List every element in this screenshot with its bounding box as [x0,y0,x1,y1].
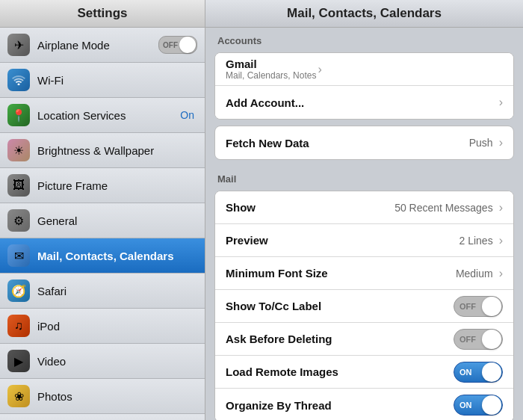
organize-thread-toggle[interactable]: ON [454,395,503,416]
load-remote-row[interactable]: Load Remote Images ON [215,356,513,389]
preview-chevron: › [499,234,503,247]
sidebar-item-airplane-mode[interactable]: ✈ Airplane Mode OFF [0,28,205,63]
organize-thread-label: Organize By Thread [226,399,454,412]
gmail-chevron: › [318,63,321,76]
sidebar-label-general: General [37,214,197,227]
sidebar-item-brightness[interactable]: ☀ Brightness & Wallpaper [0,133,205,168]
gmail-row[interactable]: Gmail Mail, Calendars, Notes › [215,53,513,86]
photos-icon: ❀ [7,385,30,407]
main-panel: Mail, Contacts, Calendars Accounts Gmail… [205,0,523,420]
location-value: On [180,109,194,121]
main-title: Mail, Contacts, Calendars [205,0,523,28]
load-remote-label: Load Remote Images [226,365,454,378]
add-account-chevron: › [499,96,503,109]
mail-section-title: Mail [205,166,523,188]
sidebar-label-wifi: Wi-Fi [37,74,197,87]
accounts-section-title: Accounts [205,28,523,49]
safari-icon: 🧭 [7,280,30,302]
show-chevron: › [499,201,503,214]
add-account-row[interactable]: Add Account... › [215,86,513,119]
fetch-group: Fetch New Data Push › [214,126,514,160]
sidebar-item-picture-frame[interactable]: 🖼 Picture Frame [0,168,205,203]
min-font-label: Minimum Font Size [226,267,456,280]
show-tocc-row[interactable]: Show To/Cc Label OFF [215,290,513,323]
min-font-chevron: › [499,267,503,280]
load-remote-toggle[interactable]: ON [454,362,503,383]
add-account-label: Add Account... [226,96,498,109]
fetch-value: Push [469,137,493,149]
preview-label: Preview [226,234,459,247]
sidebar-label-video: Video [37,355,197,368]
airplane-icon: ✈ [7,34,30,56]
show-value: 50 Recent Messages [394,202,493,214]
mail-icon: ✉ [7,244,30,267]
sidebar-item-location[interactable]: 📍 Location Services On [0,98,205,133]
fetch-label: Fetch New Data [226,137,469,149]
location-icon: 📍 [7,104,30,126]
sidebar-label-photos: Photos [37,390,197,403]
airplane-mode-toggle[interactable]: OFF [158,36,197,54]
mail-group: Show 50 Recent Messages › Preview 2 Line… [214,191,514,420]
sidebar-title: Settings [0,0,205,28]
show-row[interactable]: Show 50 Recent Messages › [215,191,513,224]
video-icon: ▶ [7,350,30,372]
sidebar-item-video[interactable]: ▶ Video [0,344,205,379]
brightness-icon: ☀ [7,139,30,161]
show-tocc-toggle[interactable]: OFF [454,296,503,317]
general-icon: ⚙ [7,209,30,232]
sidebar-label-airplane: Airplane Mode [37,39,158,52]
sidebar-label-picture: Picture Frame [37,179,197,192]
sidebar-item-general[interactable]: ⚙ General [0,203,205,238]
picture-frame-icon: 🖼 [7,174,30,197]
show-tocc-label: Show To/Cc Label [226,300,454,312]
accounts-group: Gmail Mail, Calendars, Notes › Add Accou… [214,52,514,120]
fetch-row[interactable]: Fetch New Data Push › [215,126,513,159]
sidebar-label-location: Location Services [37,109,180,122]
fetch-chevron: › [499,136,503,149]
ask-delete-toggle[interactable]: OFF [454,329,503,350]
preview-value: 2 Lines [459,235,493,247]
ask-delete-row[interactable]: Ask Before Deleting OFF [215,323,513,356]
sidebar-item-wifi[interactable]: Wi-Fi [0,63,205,98]
sidebar-item-facetime[interactable]: 📹 FaceTime [0,414,205,420]
gmail-label: Gmail [226,58,316,70]
min-font-row[interactable]: Minimum Font Size Medium › [215,257,513,290]
ipod-icon: ♫ [7,315,30,337]
preview-row[interactable]: Preview 2 Lines › [215,224,513,257]
ask-delete-label: Ask Before Deleting [226,333,454,345]
sidebar-item-safari[interactable]: 🧭 Safari [0,274,205,309]
sidebar: Settings ✈ Airplane Mode OFF Wi-Fi 📍 Loc… [0,0,205,420]
sidebar-item-ipod[interactable]: ♫ iPod [0,309,205,344]
gmail-sublabel: Mail, Calendars, Notes [226,70,316,81]
sidebar-item-photos[interactable]: ❀ Photos [0,379,205,414]
show-label: Show [226,201,394,214]
organize-thread-row[interactable]: Organize By Thread ON [215,389,513,420]
min-font-value: Medium [456,268,493,280]
wifi-icon [7,69,30,91]
sidebar-item-mail[interactable]: ✉ Mail, Contacts, Calendars [0,238,205,274]
sidebar-label-safari: Safari [37,285,197,297]
sidebar-label-brightness: Brightness & Wallpaper [37,144,197,157]
sidebar-label-mail: Mail, Contacts, Calendars [37,250,197,262]
sidebar-label-ipod: iPod [37,320,197,333]
